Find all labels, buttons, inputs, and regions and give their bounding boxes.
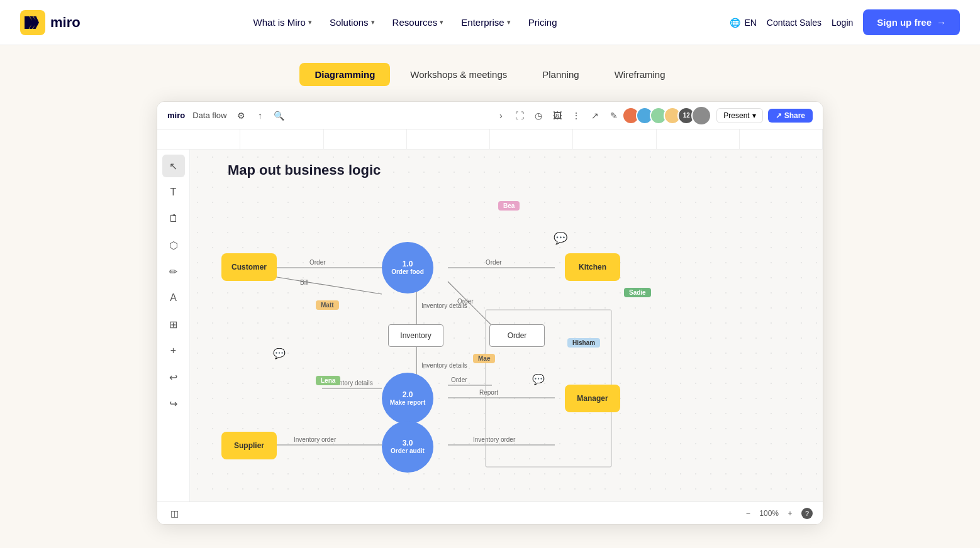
zoom-level: 100% — [759, 509, 779, 518]
zoom-out-button[interactable]: − — [742, 507, 754, 520]
share-button[interactable]: ↗ Share — [768, 109, 813, 123]
canvas-miro-label: miro — [167, 111, 185, 120]
tab-planning[interactable]: Planning — [527, 63, 594, 86]
bottom-toolbar: ◫ − 100% + ? — [157, 501, 823, 524]
canvas-container: miro Data flow ⚙ ↑ 🔍 › ⛶ ◷ 🖼 ⋮ ↗ ✎ — [157, 101, 823, 525]
cursor-icon[interactable]: ✎ — [607, 109, 621, 123]
user-tag-mae: Mae — [473, 354, 495, 363]
share-icon: ↗ — [776, 111, 782, 120]
circle-make-report[interactable]: 2.0 Make report — [382, 373, 433, 424]
manager-box[interactable]: Manager — [565, 385, 620, 412]
tab-workshops[interactable]: Workshops & meetings — [395, 63, 522, 86]
main-diagram-canvas[interactable]: Order Bill Order Inventory details Order — [190, 150, 823, 501]
inventory-rect[interactable]: Inventory — [388, 324, 443, 347]
chevron-down-icon: ▾ — [752, 111, 756, 120]
chat-bubble-icon: 💬 — [554, 231, 567, 245]
ruler-strip — [157, 129, 823, 150]
chat-bubble-icon-2: 💬 — [273, 348, 286, 359]
signup-button[interactable]: Sign up free → — [863, 9, 960, 35]
user-avatar[interactable] — [691, 106, 711, 126]
doc-title[interactable]: Data flow — [192, 111, 226, 120]
nav-solutions[interactable]: Solutions ▾ — [322, 12, 382, 33]
present-button[interactable]: Present ▾ — [716, 108, 762, 123]
text-tool[interactable]: T — [162, 181, 185, 204]
canvas-toolbar: miro Data flow ⚙ ↑ 🔍 › ⛶ ◷ 🖼 ⋮ ↗ ✎ — [157, 102, 823, 129]
chevron-down-icon: ▾ — [440, 18, 443, 26]
image-icon[interactable]: 🖼 — [550, 109, 564, 123]
settings-icon[interactable]: ⚙ — [234, 109, 248, 123]
strip-cell — [407, 129, 490, 149]
main-header: miro What is Miro ▾ Solutions ▾ Resource… — [0, 0, 980, 45]
miro-logo-icon[interactable] — [20, 10, 45, 35]
chevron-down-icon: ▾ — [308, 18, 312, 26]
help-icon[interactable]: ? — [801, 508, 813, 519]
tab-diagramming[interactable]: Diagramming — [299, 63, 390, 86]
toolbar-icons: ⚙ ↑ 🔍 — [234, 109, 286, 123]
left-tools-sidebar: ↖ T 🗒 ⬡ ✏ A ⊞ + ↩ ↪ — [157, 150, 190, 501]
order-rect[interactable]: Order — [489, 324, 545, 347]
grid-icon[interactable]: ⋮ — [569, 109, 583, 123]
upload-icon[interactable]: ↑ — [253, 109, 267, 123]
strip-cell — [740, 129, 823, 149]
search-icon[interactable]: 🔍 — [272, 109, 286, 123]
nav-resources[interactable]: Resources ▾ — [385, 12, 452, 33]
nav-what-is-miro[interactable]: What is Miro ▾ — [246, 12, 320, 33]
crop-tool[interactable]: ⊞ — [162, 313, 185, 336]
circle-order-audit[interactable]: 3.0 Order audit — [382, 421, 433, 473]
supplier-box[interactable]: Supplier — [221, 432, 277, 459]
collaborator-avatars: 12 — [626, 106, 711, 126]
customer-box[interactable]: Customer — [221, 253, 277, 281]
kitchen-box[interactable]: Kitchen — [565, 253, 620, 281]
canvas-wrapper: miro Data flow ⚙ ↑ 🔍 › ⛶ ◷ 🖼 ⋮ ↗ ✎ — [0, 101, 980, 548]
contact-sales-button[interactable]: Contact Sales — [767, 18, 821, 28]
logo-text: miro — [50, 14, 81, 31]
panel-toggle-icon[interactable]: ◫ — [167, 507, 181, 520]
tab-wireframing[interactable]: Wireframing — [599, 63, 681, 86]
sticky-note-tool[interactable]: 🗒 — [162, 207, 185, 230]
fullscreen-icon[interactable]: ⛶ — [513, 109, 526, 123]
chevron-down-icon: ▾ — [371, 18, 375, 26]
chat-bubble-icon-3: 💬 — [532, 373, 545, 385]
user-tag-matt: Matt — [316, 300, 339, 310]
strip-cell — [573, 129, 656, 149]
connector-tool[interactable]: A — [162, 287, 185, 309]
main-nav: What is Miro ▾ Solutions ▾ Resources ▾ E… — [246, 12, 565, 33]
user-tag-sadie: Sadie — [624, 288, 651, 297]
zoom-in-button[interactable]: + — [784, 507, 796, 520]
strip-cell — [240, 129, 323, 149]
user-tag-bea: Bea — [498, 201, 520, 211]
arrow-tool-icon[interactable]: ↗ — [588, 109, 602, 123]
select-tool[interactable]: ↖ — [162, 155, 185, 177]
timer-icon[interactable]: ◷ — [532, 109, 545, 123]
shape-tool[interactable]: ⬡ — [162, 234, 185, 256]
header-right: 🌐 EN Contact Sales Login Sign up free → — [730, 9, 960, 35]
user-tag-hisham: Hisham — [567, 338, 600, 348]
redo-tool[interactable]: ↪ — [162, 392, 185, 415]
strip-cell — [157, 129, 240, 149]
arrow-right-icon: → — [937, 17, 946, 28]
nav-pricing[interactable]: Pricing — [521, 12, 565, 33]
diagram-title: Map out business logic — [228, 162, 381, 178]
language-button[interactable]: 🌐 EN — [730, 18, 756, 28]
logo-area: miro — [20, 10, 81, 35]
strip-cell — [324, 129, 407, 149]
login-button[interactable]: Login — [832, 18, 853, 28]
user-tag-lena: Lena — [316, 376, 340, 385]
pen-tool[interactable]: ✏ — [162, 260, 185, 283]
chevron-down-icon: ▾ — [507, 18, 511, 26]
add-tool[interactable]: + — [162, 339, 185, 362]
strip-cell — [657, 129, 740, 149]
toolbar-left: miro Data flow ⚙ ↑ 🔍 — [167, 109, 286, 123]
nav-enterprise[interactable]: Enterprise ▾ — [454, 12, 518, 33]
feature-tabs: Diagramming Workshops & meetings Plannin… — [0, 45, 980, 101]
toolbar-right: › ⛶ ◷ 🖼 ⋮ ↗ ✎ 12 Present ▾ — [494, 106, 813, 126]
strip-cell — [490, 129, 573, 149]
chevron-right-icon[interactable]: › — [494, 109, 508, 123]
circle-order-food[interactable]: 1.0 Order food — [382, 242, 433, 293]
zoom-controls: − 100% + ? — [742, 507, 813, 520]
undo-tool[interactable]: ↩ — [162, 366, 185, 388]
globe-icon: 🌐 — [730, 18, 740, 28]
canvas-body: ↖ T 🗒 ⬡ ✏ A ⊞ + ↩ ↪ Order — [157, 150, 823, 501]
